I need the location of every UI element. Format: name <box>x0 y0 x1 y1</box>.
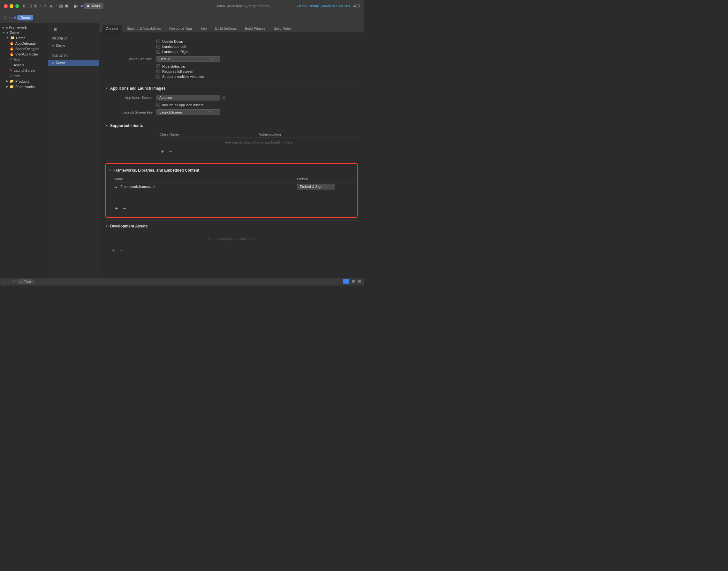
col-embed-label: Embed <box>297 177 354 181</box>
landscape-left-label: Landscape Left <box>162 45 186 48</box>
hide-status-checkbox[interactable] <box>157 65 160 68</box>
target-demo-item[interactable]: ■ Demo <box>48 60 99 66</box>
launch-screen-label: Launch Screen File <box>105 110 157 114</box>
checkbox-upside-down: Upside Down <box>157 39 358 44</box>
tab-info[interactable]: Info <box>197 25 210 32</box>
tab-general[interactable]: General <box>101 25 122 32</box>
filter-box[interactable]: ⌕ Filter <box>17 279 34 284</box>
sidebar-item-assets[interactable]: ⊞ Assets <box>0 62 48 68</box>
frameworks-header[interactable]: ▼ Frameworks, Libraries, and Embedded Co… <box>108 166 354 175</box>
sidebar-item-products[interactable]: ▶ 📁 Products <box>0 79 48 84</box>
embed-value: Embed & Sign <box>300 185 322 189</box>
dev-assets-remove-button[interactable]: − <box>118 247 124 253</box>
tab-build-settings[interactable]: Build Settings <box>211 25 241 32</box>
tab-build-rules[interactable]: Build Rules <box>270 25 295 32</box>
sidebar-icon[interactable]: □ <box>3 14 8 20</box>
app-icons-value: Appicon <box>159 96 172 100</box>
project-demo-item[interactable]: ■ Demo <box>48 42 99 48</box>
bottom-remove-button[interactable]: − <box>7 279 10 284</box>
col-name-label: Name <box>114 177 297 181</box>
memory-icon[interactable]: ▦ <box>59 3 63 8</box>
sidebar-item-info[interactable]: ⊟ Info <box>0 73 48 79</box>
multiple-windows-checkbox[interactable] <box>157 75 160 79</box>
sidebar-item-demo-root[interactable]: ▼ ■ Demo <box>0 30 48 35</box>
intents-add-button[interactable]: + <box>160 149 165 154</box>
section-chevron-icon: ▼ <box>105 87 108 90</box>
sidebar-item-launchscreen[interactable]: ✕ LaunchScreen <box>0 68 48 73</box>
landscape-right-checkbox[interactable] <box>157 50 160 53</box>
inspector-toggle-icon[interactable]: ⊟ <box>358 279 361 284</box>
sidebar-toggle-icon[interactable]: ⊞ <box>23 3 26 8</box>
sidebar-item-framework[interactable]: ▶ ■ Framework <box>0 25 48 30</box>
frameworks-add-button[interactable]: + <box>114 206 119 212</box>
maximize-button[interactable] <box>15 4 19 8</box>
bottom-add-button[interactable]: + <box>3 279 5 284</box>
info-circle-icon[interactable]: ⓘ <box>11 279 15 284</box>
full-screen-label: Requires full screen <box>162 70 193 73</box>
embed-dropdown[interactable]: Embed & Sign ⌃⌄ <box>297 184 335 190</box>
xcode-tab-icon: ■ <box>81 3 83 8</box>
sidebar-item-appdelegate[interactable]: 🔥 AppDelegate <box>0 40 48 46</box>
sidebar-item-label: LaunchScreen <box>14 69 36 73</box>
sidebar-item-frameworks[interactable]: ▶ 📁 Frameworks <box>0 84 48 89</box>
frameworks-title: Frameworks, Libraries, and Embedded Cont… <box>113 168 199 173</box>
sidebar-item-label: SceneDelegate <box>15 47 39 51</box>
frameworks-empty-space <box>114 191 354 204</box>
hierarchy-icon[interactable]: ⊞ <box>34 3 37 8</box>
forward-arrow[interactable]: › <box>11 15 12 20</box>
intents-remove-button[interactable]: − <box>168 149 173 154</box>
tab-build-phases[interactable]: Build Phases <box>241 25 269 32</box>
nav-arrows: ‹ › <box>9 15 12 20</box>
full-screen-checkbox[interactable] <box>157 70 160 73</box>
sidebar-item-scenedelegate[interactable]: 🔥 SceneDelegate <box>0 46 48 51</box>
section-chevron-icon: ▼ <box>105 124 108 127</box>
bottom-bar-left: + − ⓘ ⌕ Filter <box>3 279 34 284</box>
dropdown-arrow-icon: ⌃⌄ <box>208 111 213 114</box>
bookmark-icon[interactable]: ◈ <box>50 3 53 8</box>
folder-icon: 📁 <box>10 79 14 83</box>
panel-collapse-toggle[interactable]: ⊟ <box>51 27 60 31</box>
folder-icon: 📁 <box>10 36 15 40</box>
app-icons-header[interactable]: ▼ App Icons and Launch Images <box>105 84 358 93</box>
sidebar-item-demo-folder[interactable]: ▼ 📁 Demo <box>0 35 48 40</box>
folder-icon: 📁 <box>10 85 14 89</box>
include-all-control: Include all app icon assets <box>157 102 358 108</box>
xcode-icon: ■ <box>6 31 9 34</box>
supported-intents-header[interactable]: ▼ Supported Intents <box>105 122 358 130</box>
launch-screen-dropdown[interactable]: LaunchScreen ⌃⌄ <box>157 109 220 115</box>
app-icons-dropdown[interactable]: Appicon ⌃⌄ <box>157 95 220 101</box>
warning-icon[interactable]: ⚠ <box>44 3 48 8</box>
tab-resource-tags[interactable]: Resource Tags <box>165 25 196 32</box>
demo-file-label: Demo <box>20 16 30 19</box>
framework-row[interactable]: 🗂 Framework.framework Embed & Sign ⌃⌄ <box>114 183 354 191</box>
divider-1 <box>105 83 358 83</box>
main-layout: ▶ ■ Framework ▼ ■ Demo ▼ 📁 Demo 🔥 AppDel… <box>0 23 364 277</box>
sidebar-item-viewcontroller[interactable]: 🔥 ViewController <box>0 51 48 57</box>
tag-icon[interactable]: ⬟ <box>65 3 68 8</box>
development-assets-header[interactable]: ▼ Development Assets <box>105 222 358 230</box>
sidebar-item-main[interactable]: ✕ Main <box>0 57 48 62</box>
status-bar-dropdown[interactable]: Default ⌃⌄ <box>157 56 220 62</box>
git-icon[interactable]: ⑂ <box>55 3 57 8</box>
panel-layout-icon[interactable]: ⇄ <box>353 3 357 8</box>
back-arrow[interactable]: ‹ <box>9 15 10 20</box>
library-icon[interactable]: ⊡ <box>28 3 32 8</box>
landscape-left-checkbox[interactable] <box>157 45 160 48</box>
search-icon[interactable]: ⌕ <box>39 3 42 8</box>
close-button[interactable] <box>4 4 8 8</box>
demo-file-tab[interactable]: Demo <box>17 15 33 20</box>
upside-down-checkbox[interactable] <box>157 39 160 43</box>
frameworks-remove-button[interactable]: − <box>122 206 127 212</box>
grid-icon[interactable]: ⊞ <box>352 279 355 284</box>
demo-tab[interactable]: ■ Demo <box>84 3 103 9</box>
inspector-icon[interactable]: ⊟ <box>357 3 360 8</box>
filter-search-icon: ⌕ <box>20 280 22 283</box>
chevron-right-icon: ▶ <box>6 85 8 88</box>
run-button[interactable]: ▶ <box>74 3 78 9</box>
tab-signing[interactable]: Signing & Capabilities <box>123 25 165 32</box>
minimize-button[interactable] <box>10 4 13 8</box>
settings-icon[interactable]: ⚙ <box>222 95 226 100</box>
dev-assets-add-button[interactable]: + <box>110 247 116 253</box>
include-all-checkbox[interactable] <box>157 103 160 107</box>
sidebar-item-label: Demo <box>10 31 19 34</box>
